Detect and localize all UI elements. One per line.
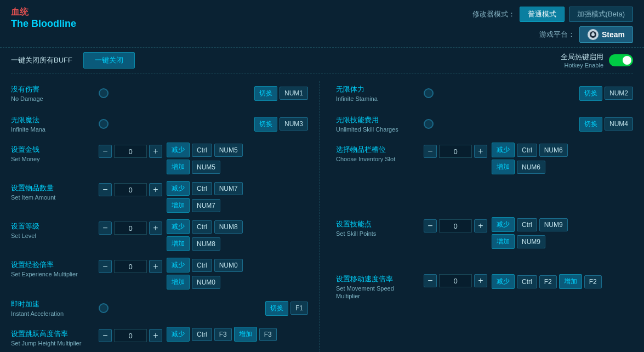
set-money-minus[interactable]: −: [99, 145, 112, 158]
set-jump-en: Set Jump Height Multiplier: [11, 340, 99, 347]
app-title-cn: 血统: [11, 7, 76, 18]
choose-inventory-plus[interactable]: +: [474, 145, 487, 158]
set-skill-num9b[interactable]: NUM9: [517, 235, 545, 248]
instant-accel-switch-btn[interactable]: 切换: [265, 301, 288, 316]
set-exp-decrease-btn[interactable]: 减少: [167, 258, 190, 272]
set-movement-f2a[interactable]: F2: [539, 275, 557, 288]
set-exp-cn: 设置经验倍率: [11, 260, 99, 270]
set-movement-f2b[interactable]: F2: [584, 275, 602, 288]
set-level-num8b[interactable]: NUM8: [192, 237, 220, 251]
set-movement-input[interactable]: [439, 274, 472, 287]
instant-accel-key[interactable]: F1: [290, 302, 308, 315]
mode-beta-button[interactable]: 加强模式(Beta): [569, 7, 633, 22]
mode-normal-button[interactable]: 普通模式: [520, 7, 565, 22]
no-damage-key[interactable]: NUM1: [280, 87, 308, 100]
set-money-num5b[interactable]: NUM5: [192, 161, 220, 174]
set-level-num8a[interactable]: NUM8: [214, 220, 243, 234]
unlimited-skill-switch-btn[interactable]: 切换: [579, 117, 602, 132]
set-skill-num9a[interactable]: NUM9: [539, 218, 568, 231]
feature-choose-inventory-slot: 选择物品栏槽位 Choose Inventory Slot − + 减少 Ctr…: [336, 143, 633, 174]
set-item-num7a[interactable]: NUM7: [214, 182, 243, 195]
set-item-increase-btn[interactable]: 增加: [167, 198, 190, 213]
set-jump-input[interactable]: [114, 329, 147, 342]
set-skill-decrease-btn[interactable]: 减少: [492, 217, 515, 232]
set-level-increase-btn[interactable]: 增加: [167, 236, 190, 251]
set-jump-cn: 设置跳跃高度倍率: [11, 329, 99, 339]
no-damage-toggle[interactable]: [99, 88, 109, 98]
feature-set-item-amount: 设置物品数量 Set Item Amount − + 减少 Ctrl NUM7 …: [11, 181, 308, 213]
set-level-plus[interactable]: +: [149, 222, 162, 235]
set-money-decrease-btn[interactable]: 减少: [167, 143, 190, 157]
set-movement-plus[interactable]: +: [474, 274, 487, 287]
set-money-input[interactable]: [114, 145, 147, 158]
hotkey-enable-cn: 全局热键启用: [561, 52, 603, 62]
set-item-amount-minus[interactable]: −: [99, 183, 112, 196]
set-level-ctrl1[interactable]: Ctrl: [192, 220, 212, 234]
unlimited-skill-toggle[interactable]: [424, 119, 434, 129]
choose-inventory-minus[interactable]: −: [424, 145, 437, 158]
infinite-stamina-switch-btn[interactable]: 切换: [579, 86, 602, 101]
choose-inventory-increase-btn[interactable]: 增加: [492, 160, 515, 174]
choose-inventory-num6b[interactable]: NUM6: [517, 161, 545, 174]
set-level-decrease-btn[interactable]: 减少: [167, 219, 190, 234]
set-exp-num0b[interactable]: NUM0: [192, 276, 220, 289]
no-damage-switch-btn[interactable]: 切换: [254, 86, 277, 101]
set-skill-points-input[interactable]: [439, 219, 472, 232]
set-exp-increase-btn[interactable]: 增加: [167, 275, 190, 289]
set-movement-minus[interactable]: −: [424, 274, 437, 287]
steam-label: Steam: [602, 30, 625, 39]
set-jump-increase-btn[interactable]: 增加: [234, 327, 257, 342]
steam-button[interactable]: Steam: [579, 26, 633, 43]
set-exp-ctrl1[interactable]: Ctrl: [192, 259, 212, 272]
set-money-plus[interactable]: +: [149, 145, 162, 158]
set-money-num5a[interactable]: NUM5: [214, 144, 243, 157]
set-skill-points-cn: 设置技能点: [336, 219, 424, 229]
set-level-en: Set Level: [11, 232, 99, 239]
set-item-ctrl1[interactable]: Ctrl: [192, 182, 212, 195]
set-jump-decrease-btn[interactable]: 减少: [167, 327, 190, 342]
set-item-num7b[interactable]: NUM7: [192, 199, 220, 212]
feature-no-damage: 没有伤害 No Damage 切换 NUM1: [11, 81, 308, 105]
set-jump-minus[interactable]: −: [99, 329, 112, 342]
set-skill-points-plus[interactable]: +: [474, 219, 487, 232]
app-title-en: The Bloodline: [11, 18, 76, 30]
set-level-minus[interactable]: −: [99, 222, 112, 235]
set-item-decrease-btn[interactable]: 减少: [167, 181, 190, 196]
feature-infinite-mana: 无限魔法 Infinite Mana 切换 NUM3: [11, 112, 308, 136]
instant-accel-toggle[interactable]: [99, 303, 109, 313]
set-jump-f3b[interactable]: F3: [259, 328, 277, 341]
infinite-mana-key[interactable]: NUM3: [280, 117, 308, 130]
set-movement-decrease-btn[interactable]: 减少: [492, 274, 515, 289]
set-movement-increase-btn[interactable]: 增加: [559, 274, 582, 289]
set-level-input[interactable]: [114, 222, 147, 235]
hotkey-toggle[interactable]: [609, 54, 633, 66]
infinite-stamina-toggle[interactable]: [424, 88, 434, 98]
set-exp-num0a[interactable]: NUM0: [214, 259, 243, 272]
unlimited-skill-key[interactable]: NUM4: [605, 117, 633, 130]
choose-inventory-num6a[interactable]: NUM6: [539, 144, 568, 157]
choose-inventory-ctrl1[interactable]: Ctrl: [517, 144, 537, 157]
set-skill-increase-btn[interactable]: 增加: [492, 234, 515, 249]
all-off-button[interactable]: 一键关闭: [83, 52, 135, 69]
set-movement-speed-en: Set Movement Speed: [336, 285, 424, 292]
set-exp-minus[interactable]: −: [99, 260, 112, 273]
choose-inventory-input[interactable]: [439, 145, 472, 158]
infinite-mana-switch-btn[interactable]: 切换: [254, 117, 277, 132]
set-money-ctrl1[interactable]: Ctrl: [192, 144, 212, 157]
set-exp-plus[interactable]: +: [149, 260, 162, 273]
infinite-mana-toggle[interactable]: [99, 119, 109, 129]
set-item-amount-input[interactable]: [114, 183, 147, 196]
set-jump-ctrl1[interactable]: Ctrl: [192, 328, 212, 341]
set-skill-ctrl1[interactable]: Ctrl: [517, 218, 537, 231]
set-jump-f3a[interactable]: F3: [214, 328, 232, 341]
set-item-amount-plus[interactable]: +: [149, 183, 162, 196]
set-jump-plus[interactable]: +: [149, 329, 162, 342]
set-exp-input[interactable]: [114, 260, 147, 273]
header-left: 血统 The Bloodline: [11, 7, 76, 30]
set-money-increase-btn[interactable]: 增加: [167, 160, 190, 174]
infinite-stamina-key[interactable]: NUM2: [605, 87, 633, 100]
choose-inventory-decrease-btn[interactable]: 减少: [492, 143, 515, 157]
set-movement-ctrl1[interactable]: Ctrl: [517, 275, 537, 288]
instant-accel-cn: 即时加速: [11, 299, 99, 309]
set-skill-points-minus[interactable]: −: [424, 219, 437, 232]
